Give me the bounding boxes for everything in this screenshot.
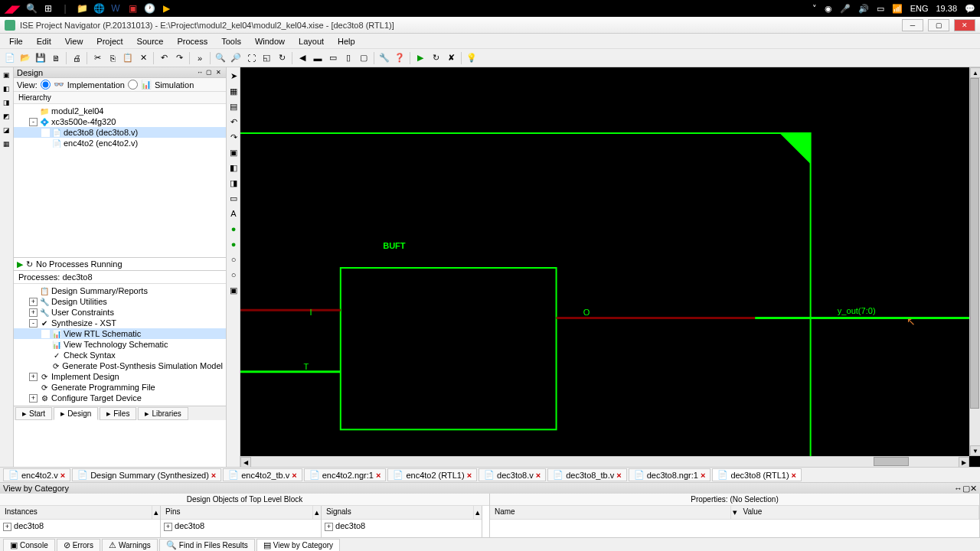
buft-block[interactable] [341,268,557,429]
panel-close-icon[interactable]: ✕ [214,69,223,77]
refresh-proc-icon[interactable]: ↻ [26,259,33,269]
doc-tab[interactable]: 📄enc4to2_tb.v× [223,468,302,481]
tree-item[interactable]: 📄enc4to2 (enc4to2.v) [14,138,226,148]
menu-view[interactable]: View [59,35,90,47]
lt-icon-2[interactable]: ◧ [0,83,12,95]
search-icon[interactable]: 🔍 [26,3,37,14]
tree-item[interactable]: 📄dec3to8 (dec3to8.v) [14,127,226,138]
tree-item[interactable]: +⟳Implement Design [14,371,226,382]
saveall-icon[interactable]: 🗎 [49,51,63,65]
rerun-icon[interactable]: ↻ [429,51,443,65]
scroll-down-icon[interactable]: ▼ [970,445,980,456]
clock-icon[interactable]: 🕐 [144,3,155,14]
save-icon[interactable]: 💾 [34,51,47,65]
lower-tab-console[interactable]: ▣Console [3,539,55,551]
menu-help[interactable]: Help [332,35,361,47]
schem-icon-9[interactable]: ▭ [227,191,240,205]
schem-icon-15[interactable]: ▣ [227,283,240,297]
menu-file[interactable]: File [3,35,29,47]
design-tab-start[interactable]: ▸Start [15,407,52,420]
collapse-icon[interactable]: - [29,319,38,328]
nav-fwd-icon[interactable]: ▬ [311,51,325,65]
close-tab-icon[interactable]: × [616,471,621,480]
lower-tab-view-by-category[interactable]: ▤View by Category [256,539,340,551]
lt-icon-6[interactable]: ▦ [0,138,12,150]
pointer-icon[interactable]: ➤ [227,69,240,83]
print-icon[interactable]: 🖨 [70,51,83,65]
panel-pin-icon[interactable]: ↔ [195,69,204,77]
signals-header[interactable]: Signals [322,506,474,519]
properties-list[interactable] [490,520,979,537]
tree-item[interactable]: 📁modul2_kel04 [14,106,226,116]
schem-icon-2[interactable]: ▦ [227,84,240,98]
instances-list[interactable]: + dec3to8 [0,520,160,537]
horizontal-scrollbar[interactable]: ◀ ▶ [240,456,969,467]
tree-item[interactable]: 📊View Technology Schematic [14,339,226,350]
chevron-up-icon[interactable]: ˅ [812,4,817,14]
design-tab-files[interactable]: ▸Files [100,407,136,420]
processes-tree[interactable]: 📋Design Summary/Reports+🔧Design Utilitie… [14,284,226,406]
tree-item[interactable]: ✓Check Syntax [14,350,226,360]
zoom-out-icon[interactable]: 🔎 [229,51,243,65]
tree-item[interactable]: -💠xc3s500e-4fg320 [14,116,226,127]
mic-icon[interactable]: 🎤 [840,4,851,14]
close-tab-icon[interactable]: × [536,471,541,480]
doc-tab[interactable]: 📄dec3to8 (RTL1)× [712,468,802,481]
lower-pin-icon[interactable]: ↔ [954,484,962,493]
menu-tools[interactable]: Tools [215,35,247,47]
schematic-canvas[interactable]: BUFT I T O y_out(7:0) ↖ ◀ ▶ ▲ ▼ [240,67,980,467]
scroll-right-icon[interactable]: ▶ [959,457,969,467]
new-icon[interactable]: 📄 [3,51,17,65]
close-tab-icon[interactable]: × [792,471,796,480]
clock-text[interactable]: 19.38 [936,4,957,13]
doc-tab[interactable]: 📄enc4to2 (RTL1)× [387,468,477,481]
nav-up-icon[interactable]: ▭ [326,51,340,65]
simulation-radio[interactable] [128,80,138,90]
battery-icon[interactable]: ▭ [877,4,884,14]
doc-tab[interactable]: 📄Design Summary (Synthesized)× [72,468,221,481]
close-tab-icon[interactable]: × [211,471,216,480]
implementation-radio[interactable] [41,80,51,90]
tree-item[interactable]: ⟳Generate Programming File [14,382,226,393]
lower-tab-find-in-files-results[interactable]: 🔍Find in Files Results [159,539,255,551]
maximize-button[interactable]: ▢ [928,19,949,31]
lang-indicator[interactable]: ENG [910,4,929,13]
lower-tab-warnings[interactable]: ⚠Warnings [102,539,158,551]
pdf-icon[interactable]: ▣ [127,3,138,14]
nav-btn-icon[interactable]: ▢ [357,51,371,65]
instances-header[interactable]: Instances [0,506,152,519]
schem-icon-4[interactable]: ↶ [227,115,240,129]
cut-icon[interactable]: ✂ [90,51,104,65]
value-header[interactable]: Value [739,506,980,519]
tree-item[interactable]: ⟳Generate Post-Synthesis Simulation Mode… [14,360,226,371]
zoom-in-icon[interactable]: 🔍 [214,51,227,65]
close-tab-icon[interactable]: × [376,471,381,480]
schem-icon-5[interactable]: ↷ [227,130,240,144]
doc-tab[interactable]: 📄dec3to8_tb.v× [547,468,626,481]
pin-item[interactable]: dec3to8 [175,521,204,530]
schem-icon-7[interactable]: ◧ [227,161,240,174]
close-tab-icon[interactable]: × [467,471,472,480]
paste-icon[interactable]: 📋 [121,51,135,65]
nav-down-icon[interactable]: ▯ [341,51,355,65]
tree-item[interactable]: +🔧User Constraints [14,307,226,318]
close-tab-icon[interactable]: × [292,471,296,480]
vertical-scrollbar[interactable]: ▲ ▼ [969,67,980,456]
lower-tab-errors[interactable]: ⊘Errors [57,539,100,551]
expand-icon[interactable]: + [29,373,38,381]
redo-icon[interactable]: ↷ [172,51,186,65]
tree-item[interactable]: +🔧Design Utilities [14,296,226,307]
menu-layout[interactable]: Layout [292,35,330,47]
menu-window[interactable]: Window [249,35,291,47]
nav-back-icon[interactable]: ◀ [296,51,309,65]
tree-item[interactable]: 📊View RTL Schematic [14,328,226,339]
undo-icon[interactable]: ↶ [157,51,171,65]
delete-icon[interactable]: ✕ [136,51,150,65]
run-icon[interactable]: ▶ [17,259,23,269]
name-header[interactable]: Name [490,506,731,519]
instance-item[interactable]: dec3to8 [14,521,44,530]
lt-icon-3[interactable]: ◨ [0,96,12,109]
scroll-left-icon[interactable]: ◀ [240,457,251,467]
wrench-icon[interactable]: 🔧 [377,51,391,65]
word-icon[interactable]: W [110,3,121,14]
